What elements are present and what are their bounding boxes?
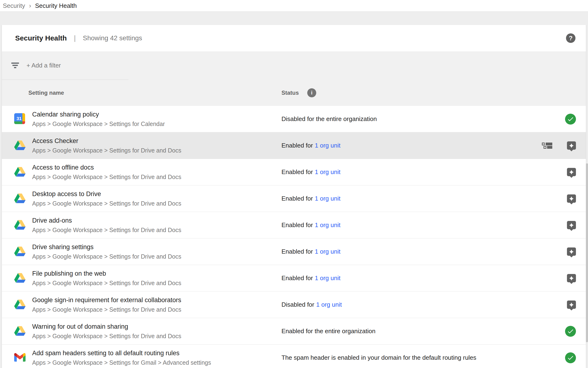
product-icon-cell (2, 326, 32, 337)
setting-path: Apps > Google Workspace > Settings for G… (32, 359, 281, 366)
table-row[interactable]: Google sign-in requirement for external … (2, 292, 586, 318)
status-cell: Enabled for the entire organization (281, 328, 537, 335)
status-cell: Enabled for1 org unit (281, 168, 537, 176)
setting-title: Access Checker (32, 137, 281, 145)
settings-count: Showing 42 settings (83, 34, 142, 42)
drive-icon (14, 299, 26, 310)
drive-icon (14, 193, 26, 204)
help-icon[interactable]: ? (566, 33, 575, 43)
table-row[interactable]: Access to offline docs Apps > Google Wor… (2, 159, 586, 185)
status-cell: Disabled for1 org unit (281, 301, 537, 308)
setting-title: Desktop access to Drive (32, 190, 281, 198)
check-circle-icon (565, 352, 576, 363)
setting-name-cell: Add spam headers setting to all default … (32, 349, 281, 366)
recommendation-icon[interactable] (567, 301, 576, 309)
setting-path: Apps > Google Workspace > Settings for D… (32, 279, 281, 286)
product-icon-cell (2, 246, 32, 257)
org-unit-link[interactable]: 1 org unit (315, 142, 340, 149)
setting-path: Apps > Google Workspace > Settings for D… (32, 306, 281, 313)
column-header-status: Status (281, 90, 299, 96)
gmail-icon (14, 353, 26, 363)
setting-title: Google sign-in requirement for external … (32, 296, 281, 304)
check-circle-icon (565, 326, 576, 337)
status-cell: Enabled for1 org unit (281, 248, 537, 255)
product-icon-cell (2, 299, 32, 310)
page-title: Security Health (15, 34, 67, 42)
info-icon[interactable]: i (307, 88, 316, 97)
org-unit-link[interactable]: 1 org unit (315, 168, 340, 175)
setting-name-cell: Drive add-ons Apps > Google Workspace > … (32, 217, 281, 233)
table-row[interactable]: Add spam headers setting to all default … (2, 345, 586, 368)
column-header-setting-name: Setting name (28, 90, 64, 96)
org-unit-link[interactable]: 1 org unit (315, 248, 340, 255)
setting-name-cell: Desktop access to Drive Apps > Google Wo… (32, 190, 281, 207)
product-icon-cell (2, 353, 32, 363)
table-row[interactable]: 31 Calendar sharing policy Apps > Google… (2, 106, 586, 132)
title-divider: | (74, 34, 76, 42)
setting-title: Drive add-ons (32, 217, 281, 224)
row-trailing-icons (537, 301, 586, 309)
setting-path: Apps > Google Workspace > Settings for D… (32, 332, 281, 340)
setting-title: Warning for out of domain sharing (32, 323, 281, 330)
status-text: Enabled for (281, 168, 313, 175)
status-text: Enabled for (281, 142, 313, 149)
status-text: Disabled for (281, 301, 314, 308)
check-circle-icon (565, 114, 576, 125)
product-icon-cell (2, 220, 32, 231)
settings-list: 31 Calendar sharing policy Apps > Google… (2, 106, 586, 368)
setting-name-cell: Calendar sharing policy Apps > Google Wo… (32, 110, 281, 127)
row-trailing-icons (537, 248, 586, 256)
status-text: Enabled for (281, 221, 313, 229)
org-unit-link[interactable]: 1 org unit (316, 301, 342, 308)
scrollbar-thumb[interactable] (586, 163, 588, 342)
row-trailing-icons (537, 326, 586, 337)
recommendation-icon[interactable] (567, 141, 576, 150)
setting-name-cell: Warning for out of domain sharing Apps >… (32, 323, 281, 340)
status-text: Enabled for the entire organization (281, 328, 376, 335)
row-trailing-icons (537, 194, 586, 203)
card-header: Security Health | Showing 42 settings ? (2, 25, 586, 51)
row-trailing-icons (537, 114, 586, 125)
recommendation-icon[interactable] (567, 274, 576, 282)
status-cell: The spam header is enabled in your domai… (281, 354, 537, 361)
table-row[interactable]: Desktop access to Drive Apps > Google Wo… (2, 185, 586, 212)
setting-path: Apps > Google Workspace > Settings for D… (32, 200, 281, 207)
recommendation-icon[interactable] (567, 194, 576, 203)
drive-icon (14, 246, 26, 257)
setting-name-cell: File publishing on the web Apps > Google… (32, 270, 281, 286)
table-row[interactable]: File publishing on the web Apps > Google… (2, 265, 586, 292)
product-icon-cell: 31 (2, 113, 32, 125)
add-filter-button[interactable]: + Add a filter (26, 62, 61, 69)
chevron-right-icon: › (29, 2, 31, 9)
drive-icon (14, 273, 26, 284)
org-unit-link[interactable]: 1 org unit (315, 195, 340, 202)
status-text: Disabled for the entire organization (281, 115, 377, 122)
filter-icon[interactable] (11, 63, 19, 69)
status-text: The spam header is enabled in your domai… (281, 354, 476, 361)
status-text: Enabled for (281, 195, 313, 202)
setting-name-cell: Access Checker Apps > Google Workspace >… (32, 137, 281, 154)
setting-name-cell: Access to offline docs Apps > Google Wor… (32, 164, 281, 180)
table-row[interactable]: Warning for out of domain sharing Apps >… (2, 318, 586, 345)
drive-icon (14, 326, 26, 337)
table-row[interactable]: Drive add-ons Apps > Google Workspace > … (2, 212, 586, 239)
setting-path: Apps > Google Workspace > Settings for D… (32, 253, 281, 260)
table-row[interactable]: Access Checker Apps > Google Workspace >… (2, 132, 586, 159)
recommendation-icon[interactable] (567, 248, 576, 256)
breadcrumb-parent-link[interactable]: Security (3, 2, 25, 9)
row-trailing-icons (537, 352, 586, 363)
recommendation-icon[interactable] (567, 168, 576, 176)
org-unit-link[interactable]: 1 org unit (315, 275, 340, 282)
drive-icon (14, 220, 26, 231)
table-row[interactable]: Drive sharing settings Apps > Google Wor… (2, 239, 586, 265)
recommendation-icon[interactable] (567, 221, 576, 229)
setting-title: Add spam headers setting to all default … (32, 349, 281, 357)
product-icon-cell (2, 273, 32, 284)
setting-path: Apps > Google Workspace > Settings for C… (32, 120, 281, 127)
setting-path: Apps > Google Workspace > Settings for D… (32, 226, 281, 233)
status-cell: Enabled for1 org unit (281, 142, 537, 149)
org-unit-link[interactable]: 1 org unit (315, 221, 340, 229)
status-cell: Enabled for1 org unit (281, 275, 537, 282)
status-text: Enabled for (281, 248, 313, 255)
product-icon-cell (2, 167, 32, 178)
